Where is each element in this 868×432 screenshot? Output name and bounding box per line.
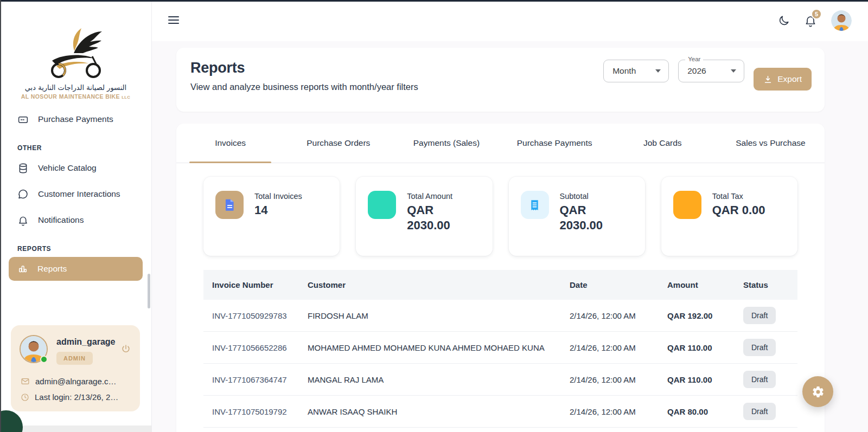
logo-arabic-text: النسور لصيانة الدراجات النارية دبي bbox=[0, 83, 151, 92]
status-badge: Draft bbox=[743, 403, 776, 420]
export-button[interactable]: Export bbox=[754, 68, 812, 91]
role-badge: ADMIN bbox=[56, 352, 93, 365]
avatar[interactable] bbox=[20, 335, 48, 363]
cell-customer: MOHAMED AHMED MOHAMED KUNA AHMED MOHAED … bbox=[308, 343, 570, 352]
profile-username: admin_garage bbox=[56, 337, 115, 347]
moon-icon bbox=[777, 15, 790, 27]
cell-customer: ANWAR ISAAQ SHAIKH bbox=[308, 407, 570, 416]
cell-invoice-number: INV-1771050929783 bbox=[203, 311, 308, 320]
status-badge: Draft bbox=[743, 339, 776, 356]
tab-sales-vs-purchase[interactable]: Sales vs Purchase bbox=[717, 124, 825, 163]
window-left-edge bbox=[0, 0, 1, 432]
sidebar-item-reports[interactable]: Reports bbox=[9, 257, 143, 281]
stat-label: Total Invoices bbox=[254, 192, 302, 201]
dark-mode-toggle[interactable] bbox=[777, 15, 790, 27]
menu-toggle-button[interactable] bbox=[168, 16, 179, 24]
cell-date: 2/14/26, 12:00 AM bbox=[570, 375, 667, 384]
sidebar-section-reports: REPORTS bbox=[17, 245, 151, 253]
sidebar-item-customer-interactions[interactable]: Customer Interactions bbox=[9, 182, 143, 206]
company-logo[interactable]: النسور لصيانة الدراجات النارية دبي AL NO… bbox=[0, 0, 151, 100]
cell-amount: QAR 192.00 bbox=[667, 311, 743, 320]
notification-count-badge: 5 bbox=[811, 9, 822, 20]
cell-amount: QAR 110.00 bbox=[667, 375, 743, 384]
database-icon bbox=[17, 163, 29, 174]
cell-amount: QAR 110.00 bbox=[667, 343, 743, 352]
stat-cards: Total Invoices 14 Total Amount QAR 2030.… bbox=[203, 177, 797, 256]
logo-english-text: AL NOSOUR MAINTENANCE BIKE bbox=[21, 93, 120, 100]
stat-label: Total Amount bbox=[407, 192, 475, 201]
sidebar-item-label: Notifications bbox=[38, 215, 84, 225]
sidebar-item-purchase-payments[interactable]: Purchase Payments bbox=[9, 107, 143, 131]
invoices-table: Invoice Number Customer Date Amount Stat… bbox=[203, 270, 797, 428]
year-filter-select[interactable]: Year 2026 bbox=[678, 60, 744, 82]
download-icon bbox=[763, 75, 773, 84]
table-header-row: Invoice Number Customer Date Amount Stat… bbox=[203, 270, 797, 300]
tab-job-cards[interactable]: Job Cards bbox=[609, 124, 717, 163]
sidebar-item-notifications[interactable]: Notifications bbox=[9, 208, 143, 232]
online-status-dot bbox=[40, 356, 48, 363]
gear-icon bbox=[812, 385, 825, 398]
main-content: Reports View and analyze business report… bbox=[152, 41, 868, 432]
settings-fab[interactable] bbox=[802, 376, 833, 407]
tab-purchase-orders[interactable]: Purchase Orders bbox=[284, 124, 392, 163]
table-row[interactable]: INV-1771050929783 FIRDOSH ALAM 2/14/26, … bbox=[203, 300, 797, 332]
status-badge: Draft bbox=[743, 371, 776, 388]
bar-chart-icon bbox=[17, 263, 28, 274]
col-amount: Amount bbox=[667, 280, 743, 289]
sidebar: النسور لصيانة الدراجات النارية دبي AL NO… bbox=[0, 0, 152, 432]
profile-last-login: Last login: 2/13/26, 2… bbox=[35, 392, 118, 402]
motorcycle-wing-logo-icon bbox=[40, 26, 112, 80]
col-customer: Customer bbox=[308, 280, 570, 289]
sidebar-item-label: Reports bbox=[37, 264, 67, 274]
table-row[interactable]: INV-1771075019792 ANWAR ISAAQ SHAIKH 2/1… bbox=[203, 396, 797, 428]
stat-value: 14 bbox=[254, 203, 302, 218]
year-filter-label: Year bbox=[685, 56, 703, 62]
receipt-icon bbox=[528, 198, 541, 212]
cell-amount: QAR 80.00 bbox=[667, 407, 743, 416]
sidebar-item-label: Vehicle Catalog bbox=[38, 163, 97, 173]
stat-total-invoices: Total Invoices 14 bbox=[203, 177, 340, 256]
sidebar-horizontal-scrollbar[interactable] bbox=[0, 425, 152, 432]
cell-invoice-number: INV-1771067364747 bbox=[203, 375, 308, 384]
page-subtitle: View and analyze business reports with m… bbox=[190, 82, 418, 92]
sidebar-nav: Purchase Payments OTHER Vehicle Catalog … bbox=[0, 107, 151, 281]
stat-total-tax: Total Tax QAR 0.00 bbox=[661, 177, 797, 256]
cell-customer: FIRDOSH ALAM bbox=[308, 311, 570, 320]
table-row[interactable]: INV-1771056652286 MOHAMED AHMED MOHAMED … bbox=[203, 332, 797, 364]
logout-button[interactable] bbox=[120, 344, 131, 356]
report-tabs: Invoices Purchase Orders Payments (Sales… bbox=[176, 124, 825, 163]
stat-label: Total Tax bbox=[712, 192, 765, 201]
export-button-label: Export bbox=[777, 74, 802, 84]
year-filter-value: 2026 bbox=[687, 66, 706, 76]
whatsapp-fab-partial[interactable] bbox=[0, 410, 23, 432]
logo-llc-suffix: LLC bbox=[122, 95, 130, 100]
page-title: Reports bbox=[190, 60, 245, 76]
stat-subtotal: Subtotal QAR 2030.00 bbox=[509, 177, 645, 256]
cell-date: 2/14/26, 12:00 AM bbox=[570, 311, 667, 320]
window-top-edge bbox=[0, 0, 868, 2]
power-icon bbox=[120, 344, 131, 354]
cell-date: 2/14/26, 12:00 AM bbox=[570, 407, 667, 416]
tab-purchase-payments[interactable]: Purchase Payments bbox=[501, 124, 609, 163]
chevron-down-icon bbox=[731, 69, 736, 73]
col-invoice-number: Invoice Number bbox=[203, 280, 308, 289]
avatar[interactable] bbox=[831, 10, 852, 31]
cell-date: 2/14/26, 12:00 AM bbox=[570, 343, 667, 352]
sidebar-item-vehicle-catalog[interactable]: Vehicle Catalog bbox=[9, 156, 143, 180]
mail-icon bbox=[21, 377, 30, 386]
amount-icon bbox=[368, 191, 396, 219]
bell-icon bbox=[17, 215, 29, 226]
month-filter-select[interactable]: Month bbox=[603, 60, 669, 82]
notifications-button[interactable]: 5 bbox=[804, 14, 817, 27]
tab-payments-sales[interactable]: Payments (Sales) bbox=[392, 124, 500, 163]
user-profile-card: admin_garage ADMIN admin@alngarage.c… La… bbox=[11, 325, 140, 411]
chevron-down-icon bbox=[655, 69, 661, 73]
profile-email: admin@alngarage.c… bbox=[35, 377, 116, 386]
sidebar-item-label: Customer Interactions bbox=[38, 189, 120, 199]
page-header-card: Reports View and analyze business report… bbox=[176, 48, 825, 112]
stat-value: QAR 0.00 bbox=[712, 203, 765, 218]
table-row[interactable]: INV-1771067364747 MANGAL RAJ LAMA 2/14/2… bbox=[203, 364, 797, 396]
sidebar-scrollbar[interactable] bbox=[148, 274, 150, 308]
cell-customer: MANGAL RAJ LAMA bbox=[308, 375, 570, 384]
tab-invoices[interactable]: Invoices bbox=[176, 124, 284, 163]
